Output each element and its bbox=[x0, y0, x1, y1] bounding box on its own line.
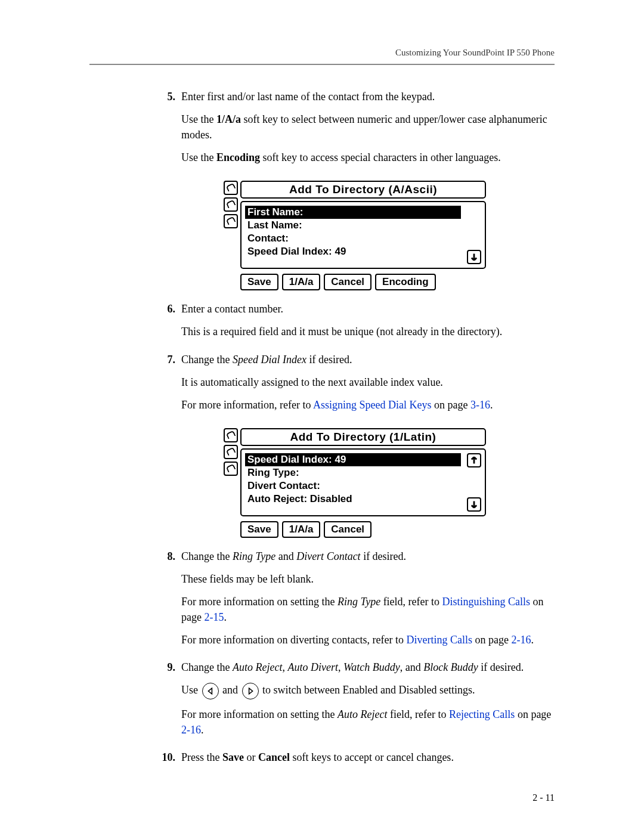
step-text: Change the Auto Reject, Auto Divert, Wat… bbox=[181, 659, 555, 675]
italic-text: Divert Contact bbox=[296, 550, 360, 562]
step-number: 9. bbox=[155, 659, 181, 745]
lcd-row-selected: Speed Dial Index: 49 bbox=[245, 453, 461, 466]
cross-reference-link[interactable]: Assigning Speed Dial Keys bbox=[313, 399, 431, 411]
page-reference-link[interactable]: 3-16 bbox=[470, 399, 490, 411]
phone-icon bbox=[224, 214, 238, 228]
page-reference-link[interactable]: 2-16 bbox=[511, 634, 531, 646]
step-body: Change the Ring Type and Divert Contact … bbox=[181, 549, 555, 655]
bold-text: Save bbox=[222, 751, 244, 763]
text: or bbox=[244, 751, 258, 763]
text: , and bbox=[400, 661, 424, 673]
softkey-cancel: Cancel bbox=[324, 521, 371, 538]
bold-text: Cancel bbox=[258, 751, 290, 763]
softkey-mode: 1/A/a bbox=[282, 274, 321, 290]
step-body: Enter a contact number. This is a requir… bbox=[181, 301, 555, 346]
phone-icon bbox=[224, 462, 238, 476]
step-10: 10. Press the Save or Cancel soft keys t… bbox=[155, 750, 555, 772]
softkey-mode: 1/A/a bbox=[282, 521, 321, 538]
text: For more information on diverting contac… bbox=[181, 634, 406, 646]
phone-icon bbox=[224, 197, 238, 212]
page-reference-link[interactable]: 2-15 bbox=[204, 611, 224, 623]
text: Press the bbox=[181, 751, 222, 763]
text: on page bbox=[472, 634, 511, 646]
lcd-body: Speed Dial Index: 49 Ring Type: Divert C… bbox=[240, 448, 486, 516]
text: soft key to access special characters in… bbox=[260, 151, 501, 163]
text: and bbox=[222, 684, 241, 696]
step-text: Press the Save or Cancel soft keys to ac… bbox=[181, 750, 555, 765]
step-8: 8. Change the Ring Type and Divert Conta… bbox=[155, 549, 555, 655]
italic-text: Auto Divert bbox=[287, 661, 338, 673]
step-number: 8. bbox=[155, 549, 181, 655]
step-text: Use and to switch between Enabled and Di… bbox=[181, 682, 555, 699]
step-text: Enter first and/or last name of the cont… bbox=[181, 89, 555, 104]
italic-text: Ring Type bbox=[233, 550, 275, 562]
lcd-row: Auto Reject: Disabled bbox=[247, 493, 479, 506]
softkey-save: Save bbox=[240, 521, 278, 538]
italic-text: Auto Reject bbox=[338, 708, 387, 720]
cross-reference-link[interactable]: Diverting Calls bbox=[406, 634, 472, 646]
text: field, refer to bbox=[380, 596, 442, 608]
step-body: Change the Auto Reject, Auto Divert, Wat… bbox=[181, 659, 555, 745]
softkey-encoding: Encoding bbox=[375, 274, 435, 290]
page-reference-link[interactable]: 2-16 bbox=[181, 724, 201, 736]
step-7: 7. Change the Speed Dial Index if desire… bbox=[155, 352, 555, 420]
phone-icon bbox=[224, 181, 238, 195]
step-text: Change the Ring Type and Divert Contact … bbox=[181, 549, 555, 564]
text: if desired. bbox=[306, 354, 352, 366]
text: on page bbox=[515, 708, 551, 720]
step-number: 6. bbox=[155, 301, 181, 346]
document-page: Customizing Your SoundPoint IP 550 Phone… bbox=[0, 0, 644, 833]
text: Change the bbox=[181, 550, 233, 562]
step-text: Change the Speed Dial Index if desired. bbox=[181, 352, 555, 367]
page-number: 2 - 11 bbox=[532, 792, 555, 803]
step-number: 10. bbox=[155, 750, 181, 772]
text: to switch between Enabled and Disabled s… bbox=[262, 684, 475, 696]
phone-lcd-screenshot-1: Add To Directory (A/Ascii) First Name: L… bbox=[224, 181, 486, 290]
step-text: Use the 1/A/a soft key to select between… bbox=[181, 112, 555, 143]
text: . bbox=[201, 724, 204, 736]
text: . bbox=[224, 611, 227, 623]
scroll-down-icon bbox=[467, 497, 481, 512]
italic-text: Auto Reject bbox=[233, 661, 282, 673]
italic-text: Speed Dial Index bbox=[233, 354, 306, 366]
text: and bbox=[275, 550, 296, 562]
step-text: It is automatically assigned to the next… bbox=[181, 374, 555, 390]
step-text: For more information on diverting contac… bbox=[181, 632, 555, 648]
step-body: Change the Speed Dial Index if desired. … bbox=[181, 352, 555, 420]
step-6: 6. Enter a contact number. This is a req… bbox=[155, 301, 555, 346]
lcd-row: Ring Type: bbox=[247, 466, 479, 479]
text: on page bbox=[431, 399, 470, 411]
step-text: These fields may be left blank. bbox=[181, 571, 555, 587]
step-5: 5. Enter first and/or last name of the c… bbox=[155, 89, 555, 172]
phone-icon bbox=[224, 445, 238, 459]
text: soft keys to accept or cancel changes. bbox=[290, 751, 454, 763]
italic-text: Ring Type bbox=[338, 596, 380, 608]
page-running-header: Customizing Your SoundPoint IP 550 Phone bbox=[89, 48, 555, 58]
italic-text: Watch Buddy bbox=[343, 661, 400, 673]
lcd-row: Speed Dial Index: 49 bbox=[247, 245, 479, 258]
arrow-left-button-icon bbox=[202, 683, 219, 699]
bold-text: Encoding bbox=[216, 151, 260, 163]
text: if desired. bbox=[478, 661, 524, 673]
cross-reference-link[interactable]: Rejecting Calls bbox=[449, 708, 515, 720]
text: . bbox=[531, 634, 534, 646]
text: Change the bbox=[181, 354, 233, 366]
page-content: 5. Enter first and/or last name of the c… bbox=[155, 89, 555, 773]
step-number: 5. bbox=[155, 89, 181, 172]
text: For more information on setting the bbox=[181, 708, 338, 720]
bold-text: 1/A/a bbox=[216, 113, 241, 125]
lcd-row-selected: First Name: bbox=[245, 206, 461, 219]
step-text: For more information on setting the Auto… bbox=[181, 707, 555, 738]
lcd-title: Add To Directory (1/Latin) bbox=[240, 428, 486, 446]
text: . bbox=[490, 399, 493, 411]
text: field, refer to bbox=[387, 708, 448, 720]
text: Use the bbox=[181, 113, 216, 125]
text: For more information on setting the bbox=[181, 596, 338, 608]
step-9: 9. Change the Auto Reject, Auto Divert, … bbox=[155, 659, 555, 745]
step-body: Enter first and/or last name of the cont… bbox=[181, 89, 555, 172]
scroll-up-icon bbox=[467, 453, 481, 467]
lcd-row: Divert Contact: bbox=[247, 479, 479, 493]
arrow-right-button-icon bbox=[242, 683, 259, 699]
scroll-down-icon bbox=[467, 250, 481, 264]
cross-reference-link[interactable]: Distinguishing Calls bbox=[442, 596, 531, 608]
